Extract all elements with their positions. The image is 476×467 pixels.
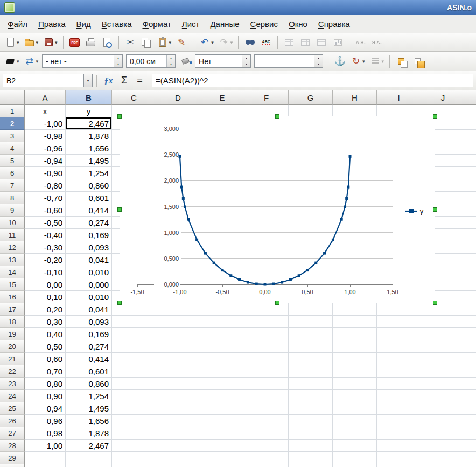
cell-G18[interactable] — [289, 316, 333, 328]
spellcheck-button[interactable]: ABC — [258, 35, 274, 50]
selection-handle-ne[interactable] — [433, 114, 437, 119]
cell-E25[interactable] — [200, 402, 244, 415]
cell-J18[interactable] — [421, 316, 465, 328]
row-header-5[interactable]: 5 — [0, 155, 25, 167]
new-document-dropdown[interactable]: ▾ — [17, 40, 19, 45]
cell-B6[interactable]: 1,254 — [66, 167, 112, 179]
cell-A29[interactable] — [25, 452, 66, 464]
menu-insert[interactable]: Вставка — [96, 16, 137, 32]
cell-J1[interactable] — [421, 105, 465, 117]
cell-F24[interactable] — [244, 390, 289, 402]
row-header-29[interactable]: 29 — [0, 452, 25, 464]
row-header-24[interactable]: 24 — [0, 390, 25, 402]
cell-J21[interactable] — [421, 353, 465, 365]
cell-C21[interactable] — [112, 353, 156, 365]
cell-A10[interactable]: -0,50 — [25, 217, 66, 229]
cell-D28[interactable] — [156, 440, 200, 452]
col-header-D[interactable]: D — [156, 90, 200, 105]
cell-B28[interactable]: 2,467 — [66, 440, 112, 452]
cell-G22[interactable] — [289, 365, 333, 378]
cell-B21[interactable]: 0,414 — [66, 353, 112, 365]
cell-E20[interactable] — [200, 340, 244, 353]
cell-G23[interactable] — [289, 378, 333, 390]
row-header-16[interactable]: 16 — [0, 291, 25, 303]
cell-Ax[interactable] — [25, 464, 66, 467]
line-style-combo[interactable]: - нет -▴▾ — [42, 54, 123, 68]
cell-F25[interactable] — [244, 402, 289, 415]
cell-A24[interactable]: 0,90 — [25, 390, 66, 402]
row-header-filler[interactable] — [0, 464, 25, 467]
cell-A14[interactable]: -0,10 — [25, 266, 66, 278]
cell-F23[interactable] — [244, 378, 289, 390]
row-header-9[interactable]: 9 — [0, 204, 25, 217]
save-button[interactable]: ▾ — [40, 35, 60, 50]
row-header-2[interactable]: 2 — [0, 117, 25, 130]
cell-J23[interactable] — [421, 378, 465, 390]
cell-D27[interactable] — [156, 427, 200, 440]
cell-E23[interactable] — [200, 378, 244, 390]
cell-F22[interactable] — [244, 365, 289, 378]
cell-C17[interactable] — [112, 303, 156, 316]
cell-B3[interactable]: 1,878 — [66, 130, 112, 142]
cell-A5[interactable]: -0,94 — [25, 155, 66, 167]
cell-B16[interactable]: 0,010 — [66, 291, 112, 303]
col-header-I[interactable]: I — [377, 90, 421, 105]
print-preview-button[interactable] — [99, 35, 115, 50]
print-button[interactable] — [83, 35, 99, 50]
rotate-dropdown[interactable]: ▾ — [362, 59, 365, 64]
cell-E22[interactable] — [200, 365, 244, 378]
cell-B18[interactable]: 0,093 — [66, 316, 112, 328]
cell-A23[interactable]: 0,80 — [25, 378, 66, 390]
cell-B5[interactable]: 1,495 — [66, 155, 112, 167]
cell-B2[interactable]: 2,467 — [66, 117, 112, 130]
cell-Hx[interactable] — [333, 464, 377, 467]
cell-C29[interactable] — [112, 452, 156, 464]
cell-B17[interactable]: 0,041 — [66, 303, 112, 316]
cell-D26[interactable] — [156, 415, 200, 427]
cell-A16[interactable]: 0,10 — [25, 291, 66, 303]
cell-A2[interactable]: -1,00 — [25, 117, 66, 130]
row-header-22[interactable]: 22 — [0, 365, 25, 378]
row-header-26[interactable]: 26 — [0, 415, 25, 427]
cell-A27[interactable]: 0,98 — [25, 427, 66, 440]
row-header-21[interactable]: 21 — [0, 353, 25, 365]
cell-J17[interactable] — [421, 303, 465, 316]
new-document-button[interactable]: ▾ — [2, 35, 22, 50]
cell-D25[interactable] — [156, 402, 200, 415]
open-folder-dropdown[interactable]: ▾ — [36, 40, 39, 45]
row-header-28[interactable]: 28 — [0, 440, 25, 452]
cell-A11[interactable]: -0,40 — [25, 229, 66, 241]
cell-C19[interactable] — [112, 328, 156, 340]
cell-B20[interactable]: 0,274 — [66, 340, 112, 353]
fill-detail-spinner[interactable]: ▴▾ — [314, 55, 323, 67]
cell-B15[interactable]: 0,000 — [66, 278, 112, 291]
cell-E17[interactable] — [200, 303, 244, 316]
cell-I26[interactable] — [377, 415, 421, 427]
row-header-11[interactable]: 11 — [0, 229, 25, 241]
cell-Ix[interactable] — [377, 464, 421, 467]
sum-button[interactable]: Σ — [117, 74, 131, 87]
row-header-12[interactable]: 12 — [0, 241, 25, 254]
export-pdf-button[interactable]: PDF — [67, 35, 83, 50]
cell-J25[interactable] — [421, 402, 465, 415]
cell-H26[interactable] — [333, 415, 377, 427]
row-header-18[interactable]: 18 — [0, 316, 25, 328]
cell-H19[interactable] — [333, 328, 377, 340]
cell-I25[interactable] — [377, 402, 421, 415]
cell-B26[interactable]: 1,656 — [66, 415, 112, 427]
cell-Dx[interactable] — [156, 464, 200, 467]
cell-Jx[interactable] — [421, 464, 465, 467]
row-header-3[interactable]: 3 — [0, 130, 25, 142]
cell-A19[interactable]: 0,40 — [25, 328, 66, 340]
cell-J19[interactable] — [421, 328, 465, 340]
cell-I20[interactable] — [377, 340, 421, 353]
cell-F29[interactable] — [244, 452, 289, 464]
cell-I17[interactable] — [377, 303, 421, 316]
col-header-H[interactable]: H — [333, 90, 377, 105]
menu-sheet[interactable]: Лист — [177, 16, 205, 32]
chart[interactable]: 0,0000,5001,0001,5002,0002,5003,000-1,50… — [120, 116, 435, 303]
cell-H27[interactable] — [333, 427, 377, 440]
cell-H25[interactable] — [333, 402, 377, 415]
cell-F27[interactable] — [244, 427, 289, 440]
redo-dropdown[interactable]: ▾ — [230, 40, 233, 45]
